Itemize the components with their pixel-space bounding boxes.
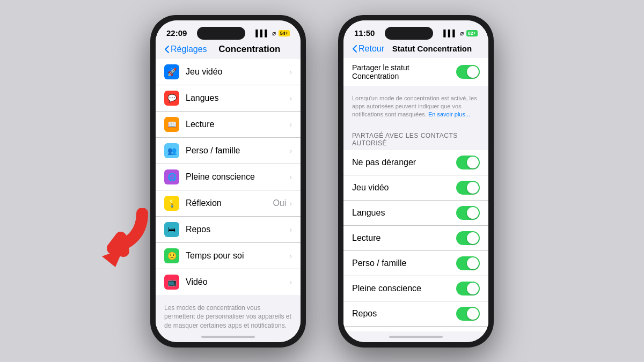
list-item[interactable]: Repos [343, 301, 488, 327]
nav-bar-2: Retour Statut Concentration [343, 42, 488, 58]
langues-icon-1: 💬 [164, 91, 179, 106]
red-arrow-icon [91, 208, 150, 267]
video-icon-1: 📺 [164, 275, 179, 290]
footer-text-1: Les modes de concentration vous permette… [156, 299, 301, 331]
toggle-pleine-2[interactable] [456, 282, 480, 295]
toggle-repos-2[interactable] [456, 307, 480, 321]
item-label-perso-1: Perso / famille [186, 146, 289, 156]
partager-label-2: Partager le statut Concentration [352, 63, 456, 80]
red-arrow-container [91, 208, 156, 272]
signal-icon-1: ▌▌▌ [255, 29, 269, 37]
phone-1: 22:09 ▌▌▌ ⌀ 54+ Réglages Concentration [150, 15, 306, 348]
chevron-icon: › [289, 146, 292, 155]
back-label-2: Retour [358, 44, 384, 54]
item-pleine-2: Pleine conscience [352, 284, 456, 293]
partager-toggle-2[interactable] [456, 65, 480, 79]
chevron-icon: › [289, 225, 292, 234]
item-ne-pas-deranger: Ne pas déranger [352, 158, 456, 167]
signal-icon-2: ▌▌▌ [443, 29, 457, 37]
list-item[interactable]: 📺 Vidéo › [156, 269, 301, 295]
status-icons-1: ▌▌▌ ⌀ 54+ [255, 29, 290, 37]
list-item[interactable]: Perso / famille [343, 251, 488, 276]
reflexion-icon-1: 💡 [164, 196, 179, 211]
pleine-icon-1: 🌐 [164, 169, 179, 184]
list-item[interactable]: Pleine conscience [343, 276, 488, 301]
toggle-lecture-2[interactable] [456, 231, 480, 245]
list-item[interactable]: Langues [343, 201, 488, 226]
page-title-1: Concentration [207, 44, 292, 55]
partager-group-2: Partager le statut Concentration [343, 58, 488, 86]
item-label-langues-1: Langues [186, 93, 289, 103]
list-item[interactable]: 📖 Lecture › [156, 112, 301, 138]
wifi-icon-1: ⌀ [272, 29, 276, 37]
back-chevron-icon-2 [352, 45, 357, 53]
item-label-lecture-1: Lecture [186, 120, 289, 129]
toggle-perso-2[interactable] [456, 256, 480, 270]
list-item[interactable]: Jeu vidéo [343, 175, 488, 201]
item-langues-2: Langues [352, 208, 456, 218]
home-indicator-2 [343, 331, 488, 342]
list-item[interactable]: 👥 Perso / famille › [156, 138, 301, 164]
list-item[interactable]: 🛏 Repos › [156, 217, 301, 243]
time-1: 22:09 [166, 28, 187, 38]
temps-icon-1: 🙂 [164, 248, 179, 263]
toggle-ne-pas-deranger[interactable] [456, 156, 480, 169]
home-indicator-1 [156, 331, 301, 342]
item-label-repos-1: Repos [186, 225, 289, 234]
item-jeu-video-2: Jeu vidéo [352, 183, 456, 193]
dynamic-island-1 [197, 27, 245, 40]
time-2: 11:50 [354, 28, 375, 38]
item-perso-2: Perso / famille [352, 258, 456, 268]
list-item[interactable]: 🙂 Temps pour soi › [156, 243, 301, 269]
chevron-icon: › [289, 120, 292, 129]
chevron-icon: › [289, 94, 292, 102]
item-lecture-2: Lecture [352, 233, 456, 243]
home-bar-2 [389, 336, 443, 338]
jeu-video-icon-1: 🚀 [164, 64, 179, 79]
status-bar-2: 11:50 ▌▌▌ ⌀ 82+ [343, 20, 488, 42]
partager-item-2[interactable]: Partager le statut Concentration [343, 58, 488, 86]
item-label-video-1: Vidéo [186, 277, 289, 287]
list-item[interactable]: 🌐 Pleine conscience › [156, 164, 301, 190]
wifi-icon-2: ⌀ [460, 29, 464, 37]
list-item[interactable]: Temps pour soi [343, 327, 488, 331]
back-chevron-icon-1 [164, 45, 170, 54]
chevron-icon: › [289, 173, 292, 181]
phone-2-screen: 11:50 ▌▌▌ ⌀ 82+ Retour Statut Concentrat… [343, 20, 488, 342]
toggle-jeu-video-2[interactable] [456, 181, 480, 195]
section-header-2: PARTAGÉ AVEC LES CONTACTS AUTORISÉ [343, 123, 488, 150]
chevron-icon: › [289, 278, 292, 286]
repos-icon-1: 🛏 [164, 222, 179, 237]
screen-content-1: 🚀 Jeu vidéo › 💬 Langues › 📖 Lecture › [156, 59, 301, 331]
perso-icon-1: 👥 [164, 143, 179, 158]
list-item[interactable]: 🚀 Jeu vidéo › [156, 59, 301, 85]
item-label-temps-1: Temps pour soi [186, 251, 289, 261]
partager-text-2: Lorsqu'un mode de concentration est acti… [343, 90, 488, 123]
list-item[interactable]: Lecture [343, 226, 488, 251]
chevron-icon: › [289, 199, 292, 208]
back-label-1: Réglages [171, 45, 207, 54]
battery-2: 82+ [466, 30, 478, 36]
list-item[interactable]: 💬 Langues › [156, 85, 301, 112]
item-repos-2: Repos [352, 309, 456, 319]
screen-content-2: Partager le statut Concentration Lorsqu'… [343, 58, 488, 331]
dynamic-island-2 [385, 27, 433, 40]
en-savoir-plus-link-2[interactable]: En savoir plus... [428, 111, 470, 117]
item-label-reflexion-1: Réflexion [186, 198, 273, 208]
item-label-pleine-1: Pleine conscience [186, 172, 289, 182]
list-item[interactable]: Ne pas déranger [343, 150, 488, 175]
lecture-icon-1: 📖 [164, 117, 179, 132]
page-title-2: Statut Concentration [384, 44, 480, 53]
back-button-2[interactable]: Retour [352, 44, 384, 54]
list-item[interactable]: 💡 Réflexion Oui › [156, 190, 301, 217]
toggle-langues-2[interactable] [456, 206, 480, 220]
toggle-list-2: Ne pas déranger Jeu vidéo Langues Lectur… [343, 150, 488, 331]
item-value-reflexion-1: Oui [273, 198, 286, 208]
phone-2: 11:50 ▌▌▌ ⌀ 82+ Retour Statut Concentrat… [338, 15, 494, 348]
back-button-1[interactable]: Réglages [164, 45, 207, 54]
battery-1: 54+ [279, 30, 290, 36]
status-icons-2: ▌▌▌ ⌀ 82+ [443, 29, 478, 37]
chevron-icon: › [289, 68, 292, 76]
settings-list-1: 🚀 Jeu vidéo › 💬 Langues › 📖 Lecture › [156, 59, 301, 295]
phone-1-screen: 22:09 ▌▌▌ ⌀ 54+ Réglages Concentration [156, 20, 301, 342]
